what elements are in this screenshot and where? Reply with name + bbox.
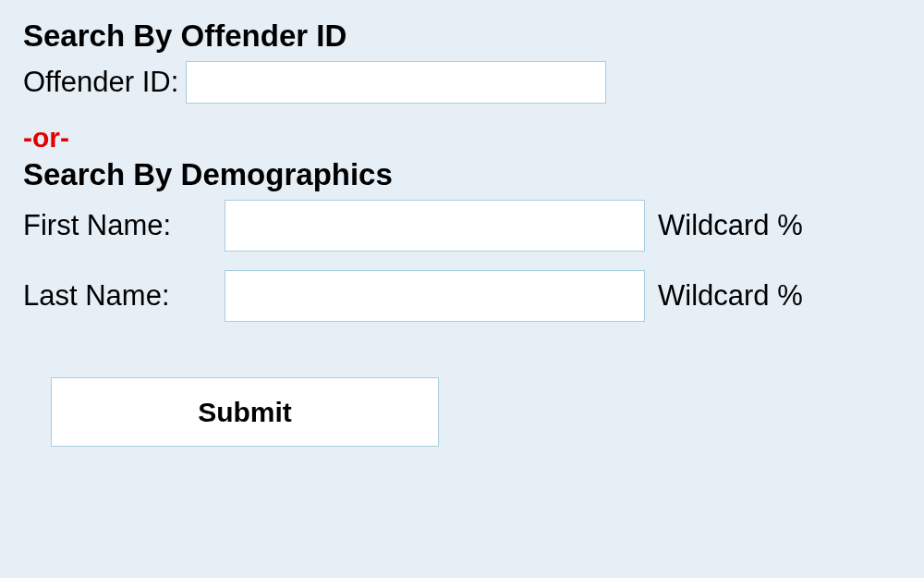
last-name-row: Last Name: Wildcard %	[23, 270, 901, 322]
offender-id-label: Offender ID:	[23, 66, 178, 99]
first-name-label: First Name:	[23, 209, 217, 242]
first-name-input[interactable]	[225, 200, 645, 252]
last-name-label: Last Name:	[23, 279, 217, 313]
last-name-input[interactable]	[225, 270, 645, 322]
last-name-wildcard-hint: Wildcard %	[658, 279, 803, 313]
offender-id-input[interactable]	[186, 61, 606, 104]
first-name-wildcard-hint: Wildcard %	[658, 209, 803, 242]
submit-row: Submit	[23, 377, 901, 447]
or-separator: -or-	[23, 122, 901, 154]
offender-id-row: Offender ID:	[23, 61, 901, 104]
search-by-demographics-heading: Search By Demographics	[23, 157, 901, 192]
submit-button[interactable]: Submit	[51, 377, 439, 447]
search-by-id-heading: Search By Offender ID	[23, 18, 901, 54]
first-name-row: First Name: Wildcard %	[23, 200, 901, 252]
